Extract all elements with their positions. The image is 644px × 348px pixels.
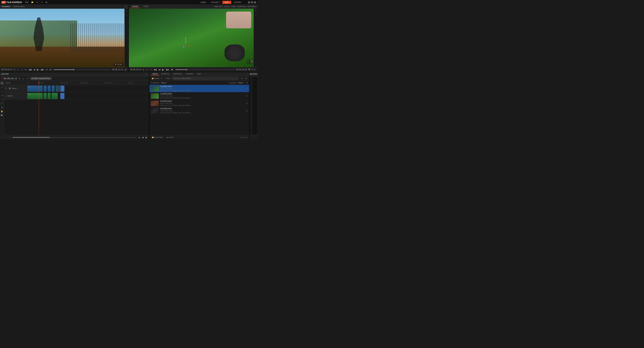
trimmer-btn-loop[interactable]: ⊙: [13, 68, 16, 71]
track-content-audio1[interactable]: 0...V: [28, 92, 149, 100]
menu-undo[interactable]: ↩: [35, 1, 40, 4]
menu-redo[interactable]: ↪: [40, 1, 44, 4]
media-gear-1[interactable]: ⚙: [246, 95, 248, 97]
viewer-btn-prev[interactable]: ↙: [146, 68, 148, 71]
media-item-1[interactable]: 01100033.MOV 1920 x 1080 pixels 00;00;10…: [150, 92, 249, 100]
editor-btn-copy[interactable]: ⊙: [18, 77, 21, 80]
trimmer-btn-play[interactable]: ▶: [36, 68, 40, 71]
track-content-video1[interactable]: 0...V: [28, 85, 149, 92]
media-panel-close[interactable]: ×: [247, 73, 248, 75]
viewer-btn-next[interactable]: ↗: [149, 68, 152, 71]
clip-audio-4[interactable]: [52, 93, 58, 99]
trimmer-btn-skipback[interactable]: ◀◀: [28, 68, 32, 71]
menu-grid[interactable]: ⊞: [44, 1, 48, 4]
clip-video-5[interactable]: [56, 86, 60, 92]
viewer-btn-forward[interactable]: ▶▶: [165, 68, 170, 71]
media-item-2[interactable]: 01100034.MOV 1920 x 1080 pixels 00;00;14…: [150, 100, 249, 107]
trimmer-zoom-tool[interactable]: ○: [125, 14, 128, 17]
viewer-btn-back[interactable]: ◀: [158, 68, 161, 71]
tool-rate[interactable]: ⊕: [0, 106, 4, 109]
nav-project[interactable]: PROJECT: [209, 1, 222, 4]
arrange-by-value[interactable]: Name ▾: [161, 82, 167, 84]
trimmer-settings[interactable]: ⚙: [124, 68, 127, 71]
tool-razor[interactable]: ✂: [0, 86, 4, 89]
clip-audio-blue[interactable]: [60, 93, 64, 99]
editor-prev-edit[interactable]: ◀: [142, 136, 144, 139]
trimmer-btn-overwrite[interactable]: ⊞: [49, 68, 52, 71]
media-grid-view[interactable]: ⊞: [244, 77, 248, 80]
media-tab-controls[interactable]: CONTROLS: [171, 73, 184, 76]
tool-roll[interactable]: ⊢: [0, 102, 4, 105]
viewer-tab-layer[interactable]: LAYER: [142, 5, 150, 8]
tool-ripple[interactable]: ⊣: [0, 98, 4, 101]
sort-icon[interactable]: ⇅: [246, 82, 248, 84]
import-button[interactable]: 📂 Import... ▾: [151, 77, 163, 80]
delete-button[interactable]: 🗑 Delete: [165, 136, 174, 139]
clip-audio-1[interactable]: 0...V: [28, 93, 42, 99]
nav-edit[interactable]: EDIT: [222, 1, 231, 4]
editor-zoom-out[interactable]: −: [5, 136, 8, 139]
window-minimize[interactable]: −: [248, 1, 250, 4]
editor-add-media[interactable]: ⊕: [138, 136, 141, 139]
menu-file[interactable]: File: [24, 1, 30, 4]
track-eye-video1[interactable]: 👁: [5, 87, 8, 90]
media-tab-history[interactable]: HISTORY: [184, 73, 195, 76]
tool-slide[interactable]: ⇔: [0, 94, 4, 97]
nav-home[interactable]: HOME: [198, 1, 208, 4]
viewer-opt-rgb[interactable]: RGB ▾: [232, 6, 236, 8]
editor-btn-split[interactable]: ↗: [26, 77, 29, 80]
media-gear-0[interactable]: ⚙: [246, 87, 248, 90]
new-button[interactable]: ✦ New: [164, 77, 171, 80]
tracks-time-ruler[interactable]: 0 00;01;00 00;02;00;02 00;03;00;03 00;04…: [28, 81, 149, 85]
trimmer-btn-back[interactable]: ◀: [33, 68, 36, 71]
menu-open[interactable]: 📁: [30, 1, 35, 4]
clip-video-1[interactable]: 0...V: [28, 86, 42, 92]
trimmer-progress-bar[interactable]: [54, 69, 110, 70]
track-icon-audio1[interactable]: ♪: [5, 95, 6, 97]
trimmer-select-tool[interactable]: ↖: [125, 10, 128, 13]
trimmer-btn-insert[interactable]: ⊡: [45, 68, 48, 71]
media-gear-3[interactable]: ⚙: [246, 110, 248, 112]
clip-audio-2[interactable]: [44, 93, 46, 99]
media-tab-text[interactable]: TEXT: [195, 73, 203, 76]
viewer-btn-skipback[interactable]: ◀◀: [153, 68, 157, 71]
trimmer-btn-splice[interactable]: ⊫: [24, 68, 27, 71]
media-gear-2[interactable]: ⚙: [246, 102, 248, 105]
editor-btn-paste[interactable]: ↙: [22, 77, 25, 80]
window-close[interactable]: ×: [254, 1, 256, 4]
clip-audio-3[interactable]: [48, 93, 51, 99]
new-folder-button[interactable]: 📁 New Folder: [151, 136, 164, 139]
tool-add-track[interactable]: +: [0, 135, 4, 139]
viewer-progress-bar[interactable]: [176, 69, 234, 70]
viewer-opt-quarter[interactable]: QUARTER ▾: [237, 6, 246, 8]
clip-video-blue[interactable]: [60, 86, 64, 92]
viewer-select-tool[interactable]: ↖: [254, 10, 258, 13]
clip-video-2[interactable]: [44, 86, 46, 92]
tool-zoom[interactable]: 🔍: [0, 114, 4, 117]
tool-slip[interactable]: ↔: [0, 90, 4, 93]
viewer-opt-options[interactable]: OPTIONS ▾: [248, 6, 256, 8]
media-tab-media[interactable]: MEDIA: [151, 73, 160, 76]
media-search-input[interactable]: [172, 77, 238, 80]
group-by-value[interactable]: Folder ▾: [238, 82, 244, 84]
viewer-zoom-tool[interactable]: ○: [254, 14, 258, 17]
viewer-btn-loop[interactable]: ⊙: [142, 68, 145, 71]
editor-zoom-in[interactable]: +: [8, 136, 11, 139]
viewer-btn-record[interactable]: ⏺: [170, 68, 174, 71]
media-item-0[interactable]: 01100032.MOV 1920 x 1080 pixels 00;00;11…: [150, 85, 249, 92]
media-tab-effects[interactable]: EFFECTS: [160, 73, 171, 76]
media-list-view[interactable]: ☰: [240, 77, 244, 80]
trimmer-info-icon[interactable]: i: [125, 6, 127, 8]
nav-export[interactable]: EXPORT: [232, 1, 244, 4]
clip-video-4[interactable]: [52, 86, 55, 92]
trimmer-btn-outpoint[interactable]: ↗: [20, 68, 24, 71]
viewer-tab-viewer[interactable]: VIEWER: [130, 5, 140, 8]
editor-info-icon[interactable]: i: [146, 73, 148, 75]
tool-select[interactable]: ↖: [0, 82, 4, 85]
viewer-btn-play[interactable]: ▶: [162, 68, 165, 71]
trimmer-btn-inpoint[interactable]: ↙: [17, 68, 20, 71]
tool-hand[interactable]: ✋: [0, 110, 4, 113]
window-maximize[interactable]: □: [251, 1, 253, 4]
clip-video-3[interactable]: [48, 86, 51, 92]
viewer-opt-view[interactable]: VIEW: 2D ▾: [214, 6, 223, 8]
